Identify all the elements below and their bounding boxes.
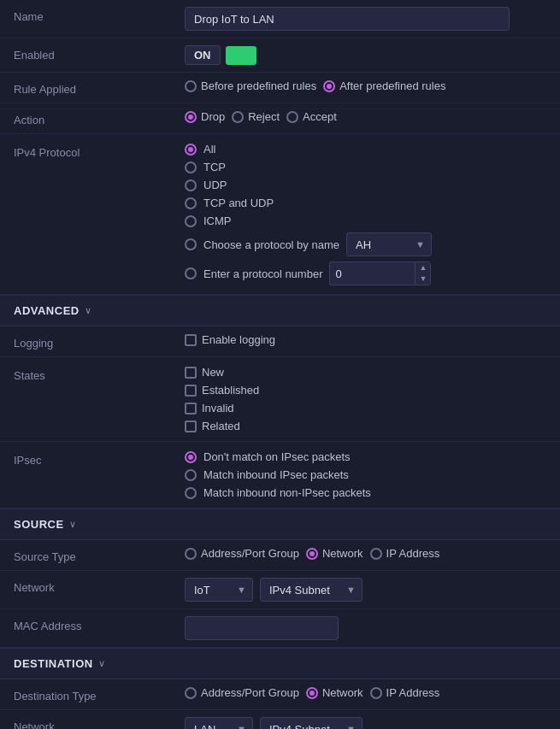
state-established[interactable]: Established — [185, 384, 259, 397]
action-reject-circle — [232, 111, 244, 123]
proto-number-down[interactable]: ▼ — [416, 273, 430, 285]
enabled-label: Enabled — [14, 45, 185, 62]
ipsec-list: Don't match on IPsec packets Match inbou… — [185, 450, 371, 499]
proto-all[interactable]: All — [185, 143, 432, 156]
ipv4-control: All TCP UDP TCP and UDP ICMP Choose a pr… — [185, 143, 546, 285]
dest-network-select-wrap: LAN IoT WAN ▼ — [185, 717, 253, 729]
ipsec-match-non-ipsec[interactable]: Match inbound non-IPsec packets — [185, 486, 371, 499]
dest-subnet-select-wrap: IPv4 Subnet IPv6 Subnet ▼ — [260, 717, 363, 729]
name-row: Name — [0, 0, 560, 38]
ipsec-match-inbound[interactable]: Match inbound IPsec packets — [185, 468, 371, 481]
rule-applied-label: Rule Applied — [14, 79, 185, 96]
logging-checkbox[interactable]: Enable logging — [185, 333, 275, 346]
mac-address-row: MAC Address — [0, 609, 560, 648]
source-type-apg[interactable]: Address/Port Group — [185, 547, 299, 560]
proto-tcpudp[interactable]: TCP and UDP — [185, 197, 432, 209]
source-type-ip-circle — [370, 548, 382, 560]
destination-section-header[interactable]: DESTINATION ∨ — [0, 648, 560, 679]
destination-network-row: Network LAN IoT WAN ▼ IPv4 Subnet IPv6 S… — [0, 710, 560, 729]
source-subnet-select[interactable]: IPv4 Subnet IPv6 Subnet — [260, 578, 363, 602]
proto-tcp[interactable]: TCP — [185, 161, 432, 173]
mac-address-label: MAC Address — [14, 616, 185, 632]
action-reject-text: Reject — [248, 110, 280, 123]
rule-after-radio[interactable]: After predefined rules — [323, 79, 445, 92]
rule-before-radio[interactable]: Before predefined rules — [185, 79, 316, 92]
destination-title: DESTINATION — [14, 657, 93, 670]
ipsec-control: Don't match on IPsec packets Match inbou… — [185, 450, 546, 499]
action-accept-circle — [286, 111, 298, 123]
logging-checkbox-box — [185, 334, 197, 346]
action-label: Action — [14, 110, 185, 126]
proto-udp[interactable]: UDP — [185, 179, 432, 191]
action-control: Drop Reject Accept — [185, 110, 546, 123]
source-type-network[interactable]: Network — [306, 547, 363, 560]
proto-by-number[interactable]: Enter a protocol number ▲ ▼ — [185, 262, 432, 285]
source-title: SOURCE — [14, 518, 64, 531]
proto-udp-circle — [185, 179, 197, 191]
source-network-label: Network — [14, 578, 185, 594]
dest-type-apg[interactable]: Address/Port Group — [185, 686, 299, 699]
dest-network-select[interactable]: LAN IoT WAN — [185, 717, 253, 729]
rule-after-circle — [323, 80, 335, 92]
proto-by-name-text: Choose a protocol by name — [203, 238, 339, 251]
state-new-text: New — [202, 366, 224, 379]
destination-chevron-icon: ∨ — [98, 658, 105, 669]
proto-name-select[interactable]: AH ESP GRE OSPF — [346, 232, 432, 256]
dest-type-ip-circle — [370, 687, 382, 699]
source-subnet-select-wrap: IPv4 Subnet IPv6 Subnet ▼ — [260, 578, 363, 602]
state-new[interactable]: New — [185, 366, 259, 379]
protocol-list: All TCP UDP TCP and UDP ICMP Choose a pr… — [185, 143, 432, 285]
name-input[interactable] — [185, 7, 510, 31]
source-type-label: Source Type — [14, 547, 185, 563]
action-accept-radio[interactable]: Accept — [286, 110, 337, 123]
proto-tcp-circle — [185, 162, 197, 173]
source-network-select[interactable]: IoT LAN WAN — [185, 578, 253, 602]
proto-by-name[interactable]: Choose a protocol by name AH ESP GRE OSP… — [185, 232, 432, 256]
proto-icmp-text: ICMP — [203, 215, 232, 227]
dest-subnet-select[interactable]: IPv4 Subnet IPv6 Subnet — [260, 717, 363, 729]
ipsec-match-non-ipsec-circle — [185, 487, 197, 499]
proto-name-select-wrap: AH ESP GRE OSPF ▼ — [346, 232, 432, 256]
toggle-wrap: ON — [185, 45, 256, 65]
destination-type-label: Destination Type — [14, 686, 185, 703]
source-network-select-wrap: IoT LAN WAN ▼ — [185, 578, 253, 602]
dest-type-ip[interactable]: IP Address — [370, 686, 440, 699]
toggle-switch[interactable] — [226, 46, 256, 65]
proto-number-input[interactable] — [329, 262, 415, 285]
proto-udp-text: UDP — [203, 179, 227, 191]
dest-type-network-circle — [306, 687, 318, 699]
ipsec-no-match-circle — [185, 451, 197, 463]
proto-number-up[interactable]: ▲ — [416, 262, 430, 273]
dest-type-network[interactable]: Network — [306, 686, 363, 699]
dest-type-network-text: Network — [322, 686, 363, 699]
ipsec-no-match[interactable]: Don't match on IPsec packets — [185, 450, 371, 463]
proto-by-number-circle — [185, 267, 197, 279]
ipv4-row: IPv4 Protocol All TCP UDP TCP and UDP IC… — [0, 134, 560, 295]
state-invalid[interactable]: Invalid — [185, 402, 259, 414]
state-related[interactable]: Related — [185, 420, 259, 432]
action-drop-radio[interactable]: Drop — [185, 110, 225, 123]
rule-applied-row: Rule Applied Before predefined rules Aft… — [0, 73, 560, 103]
advanced-section-header[interactable]: ADVANCED ∨ — [0, 295, 560, 326]
destination-network-label: Network — [14, 717, 185, 729]
action-row: Action Drop Reject Accept — [0, 103, 560, 134]
proto-all-circle — [185, 144, 197, 156]
source-type-ip[interactable]: IP Address — [370, 547, 440, 560]
proto-tcp-text: TCP — [203, 161, 226, 173]
proto-icmp[interactable]: ICMP — [185, 215, 432, 227]
state-related-box — [185, 420, 197, 432]
mac-address-input[interactable] — [185, 616, 339, 640]
ipsec-row: IPsec Don't match on IPsec packets Match… — [0, 442, 560, 509]
ipsec-no-match-text: Don't match on IPsec packets — [203, 450, 351, 463]
name-label: Name — [14, 7, 185, 23]
toggle-on-label: ON — [185, 45, 221, 65]
source-type-network-text: Network — [322, 547, 363, 560]
logging-control: Enable logging — [185, 333, 546, 346]
action-reject-radio[interactable]: Reject — [232, 110, 280, 123]
source-section-header[interactable]: SOURCE ∨ — [0, 509, 560, 540]
dest-type-ip-text: IP Address — [386, 686, 440, 699]
rule-after-text: After predefined rules — [339, 79, 445, 92]
ipsec-match-inbound-circle — [185, 469, 197, 481]
proto-all-text: All — [203, 143, 215, 156]
state-established-box — [185, 385, 197, 397]
